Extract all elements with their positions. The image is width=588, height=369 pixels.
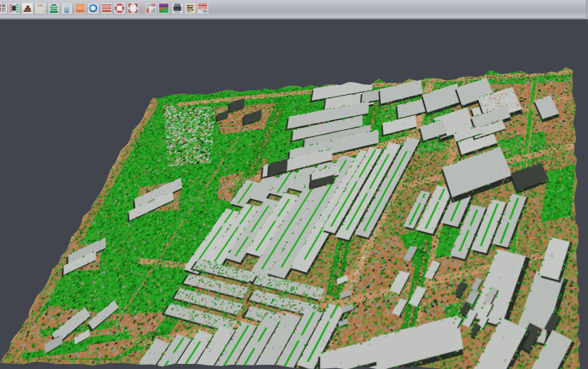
orange-square-icon[interactable] (75, 3, 86, 14)
notes-icon[interactable] (185, 3, 196, 14)
red-card-icon[interactable] (198, 3, 208, 14)
sphere-icon[interactable] (88, 3, 98, 14)
printer-icon[interactable] (172, 3, 183, 14)
pale-blocks-icon[interactable] (35, 3, 46, 14)
cylinder-icon[interactable] (61, 3, 72, 14)
toolbar (0, 0, 588, 20)
terrain-clip (0, 20, 588, 369)
application-window (0, 0, 588, 369)
terrain-mound-icon[interactable] (22, 3, 33, 14)
dashed-box-icon[interactable] (128, 3, 138, 14)
checker-icon[interactable] (146, 3, 156, 14)
red-ring-icon[interactable] (114, 3, 125, 14)
colormap-icon[interactable] (158, 3, 169, 14)
3d-viewport[interactable] (0, 20, 588, 369)
green-stack-icon[interactable] (49, 3, 59, 14)
align-columns-icon[interactable] (9, 3, 19, 14)
clipped-edge-icon[interactable] (0, 3, 7, 14)
terrain-model[interactable] (0, 64, 588, 369)
red-rows-icon[interactable] (101, 3, 112, 14)
